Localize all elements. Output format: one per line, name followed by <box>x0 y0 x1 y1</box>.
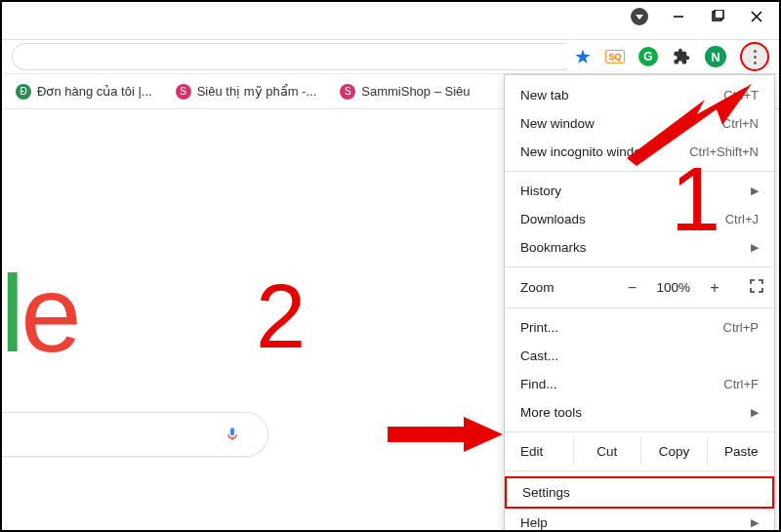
zoom-value: 100% <box>656 280 690 295</box>
bookmark-star-icon[interactable]: ★ <box>574 47 592 66</box>
bookmark-favicon: S <box>340 84 355 100</box>
google-logo-fragment: gle <box>0 251 77 377</box>
menu-copy[interactable]: Copy <box>640 437 708 466</box>
menu-separator <box>505 307 774 308</box>
menu-label: History <box>520 184 561 198</box>
menu-separator <box>505 266 774 267</box>
submenu-caret-icon: ▶ <box>751 241 759 254</box>
menu-label: Help <box>520 515 548 530</box>
menu-label: Downloads <box>520 212 586 226</box>
menu-history[interactable]: History ▶ <box>505 177 774 205</box>
bookmark-label: SammiShop – Siêu <box>361 84 470 99</box>
menu-label: Zoom <box>520 280 555 295</box>
menu-more-tools[interactable]: More tools ▶ <box>505 398 774 427</box>
google-search-box[interactable] <box>0 412 268 457</box>
menu-downloads[interactable]: Downloads Ctrl+J <box>505 205 774 233</box>
annotation-arrow-2 <box>388 415 505 454</box>
menu-label: Bookmarks <box>520 240 587 255</box>
extension-sq-icon[interactable]: SQ <box>605 50 625 63</box>
menu-shortcut: Ctrl+P <box>723 320 759 335</box>
menu-print[interactable]: Print... Ctrl+P <box>505 313 774 342</box>
menu-separator <box>505 431 774 432</box>
submenu-caret-icon: ▶ <box>751 184 759 197</box>
bookmark-item[interactable]: S Siêu thị mỹ phẩm -... <box>176 84 317 100</box>
menu-zoom: Zoom − 100% + <box>505 272 774 303</box>
titlebar <box>621 2 779 29</box>
minimize-button[interactable] <box>670 8 687 25</box>
menu-bookmarks[interactable]: Bookmarks ▶ <box>505 233 774 262</box>
address-bar[interactable] <box>12 43 566 70</box>
logo-char: l <box>0 253 21 375</box>
menu-label: Find... <box>520 377 557 391</box>
menu-label: Edit <box>505 437 573 466</box>
menu-separator <box>505 471 774 471</box>
bookmark-favicon: S <box>176 84 191 100</box>
menu-help[interactable]: Help ▶ <box>505 509 774 532</box>
bookmark-favicon: Đ <box>16 84 31 100</box>
extensions-icon[interactable] <box>672 47 691 66</box>
menu-label: New tab <box>520 88 569 102</box>
profile-avatar[interactable]: N <box>705 46 726 67</box>
svg-marker-7 <box>388 417 503 452</box>
menu-cut[interactable]: Cut <box>573 437 640 466</box>
fullscreen-icon[interactable] <box>749 278 764 297</box>
bookmark-item[interactable]: Đ Đơn hàng của tôi |... <box>16 84 152 100</box>
bookmark-label: Đơn hàng của tôi |... <box>37 84 152 99</box>
svg-marker-6 <box>627 84 752 166</box>
bookmark-label: Siêu thị mỹ phẩm -... <box>197 84 317 99</box>
submenu-caret-icon: ▶ <box>751 516 759 529</box>
menu-separator <box>505 171 774 172</box>
menu-paste[interactable]: Paste <box>707 437 774 466</box>
chrome-menu-button[interactable] <box>740 42 769 71</box>
menu-shortcut: Ctrl+J <box>725 212 759 226</box>
menu-edit-row: Edit Cut Copy Paste <box>505 437 774 466</box>
extension-grammarly-icon[interactable]: G <box>638 47 658 66</box>
annotation-number-2: 2 <box>256 266 306 368</box>
maximize-button[interactable] <box>709 8 726 25</box>
toolbar-right: ★ SQ G N <box>566 42 769 71</box>
microphone-icon[interactable] <box>225 425 240 444</box>
menu-cast[interactable]: Cast... <box>505 342 774 370</box>
close-button[interactable] <box>748 8 765 25</box>
zoom-out-button[interactable]: − <box>623 279 640 297</box>
menu-shortcut: Ctrl+F <box>723 377 759 391</box>
bookmark-item[interactable]: S SammiShop – Siêu <box>340 84 470 100</box>
menu-label: More tools <box>520 405 582 420</box>
logo-char: e <box>21 253 77 375</box>
menu-settings[interactable]: Settings <box>505 476 774 509</box>
menu-label: Print... <box>520 320 558 335</box>
toolbar: ★ SQ G N <box>2 39 779 74</box>
svg-rect-3 <box>715 10 723 19</box>
menu-label: Settings <box>522 485 570 500</box>
account-dropdown-icon[interactable] <box>631 8 648 25</box>
zoom-in-button[interactable]: + <box>706 279 723 297</box>
annotation-arrow-1 <box>627 80 754 168</box>
menu-label: New window <box>520 116 595 131</box>
svg-marker-0 <box>636 15 643 20</box>
menu-label: Cast... <box>520 348 558 363</box>
menu-find[interactable]: Find... Ctrl+F <box>505 370 774 398</box>
submenu-caret-icon: ▶ <box>751 406 759 419</box>
kebab-icon <box>754 50 757 64</box>
